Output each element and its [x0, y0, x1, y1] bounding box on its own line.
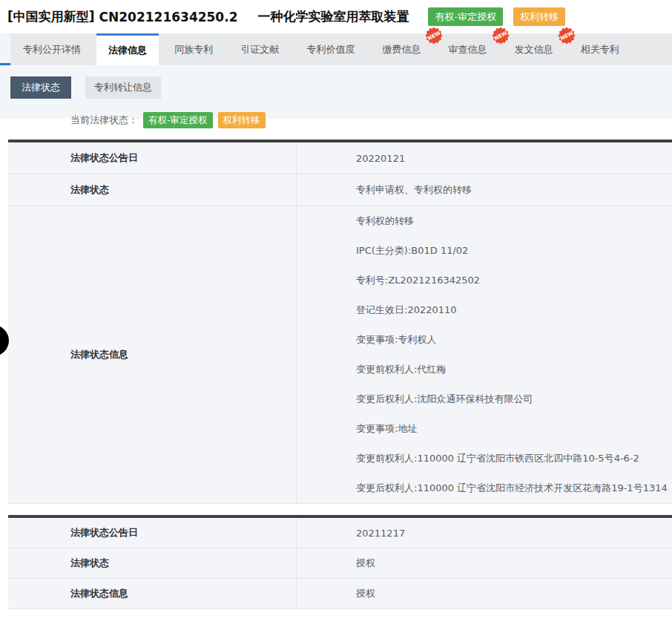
- tab-patent-value[interactable]: 专利价值度: [294, 33, 366, 65]
- legal-status-table-2: 法律状态公告日 20211217 法律状态 授权 法律状态信息 授权: [8, 515, 672, 609]
- row-label: 法律状态信息: [8, 206, 297, 503]
- current-status-badge-transfer: 权利转移: [218, 112, 266, 128]
- status-badge-valid: 有权-审定授权: [428, 7, 503, 26]
- tab-label: 缴费信息: [382, 44, 421, 55]
- tab-label: 相关专利: [581, 44, 619, 55]
- tab-examination-info[interactable]: 审查信息 NEW: [437, 33, 499, 65]
- tab-cited-documents[interactable]: 引证文献: [228, 33, 291, 65]
- tab-patent-public-details[interactable]: 专利公开详情: [11, 33, 93, 65]
- row-value: 20220121: [297, 142, 672, 174]
- patent-title: 一种化学实验室用萃取装置: [257, 8, 409, 25]
- tab-label: 同族专利: [174, 44, 213, 55]
- row-value: 专利申请权、专利权的转移: [297, 174, 672, 206]
- table-row: 法律状态公告日 20211217: [8, 518, 672, 548]
- tab-issued-documents[interactable]: 发文信息 NEW: [503, 33, 565, 65]
- table-row: 法律状态信息 授权: [8, 579, 672, 609]
- tab-label: 法律信息: [108, 45, 147, 56]
- info-line: 变更后权利人:沈阳众通环保科技有限公司: [356, 384, 672, 414]
- table-row: 法律状态公告日 20220121: [8, 142, 672, 174]
- table-row: 法律状态 授权: [8, 548, 672, 579]
- info-line: 变更前权利人:代红梅: [356, 355, 672, 384]
- row-value: 授权: [297, 548, 672, 578]
- patent-legal-info-page: [中国实用新型] CN202121634250.2 一种化学实验室用萃取装置 有…: [0, 0, 672, 630]
- tab-label: 审查信息: [449, 44, 487, 55]
- row-label: 法律状态公告日: [8, 518, 297, 548]
- row-value: 20211217: [297, 518, 672, 548]
- current-legal-status-row: 当前法律状态： 有权-审定授权 权利转移: [0, 111, 672, 129]
- subtab-legal-status[interactable]: 法律状态: [10, 76, 71, 99]
- subtab-transfer-info[interactable]: 专利转让信息: [85, 76, 161, 99]
- current-status-label: 当前法律状态：: [70, 114, 138, 127]
- patent-number: CN202121634250.2: [99, 10, 238, 24]
- tab-label: 引证文献: [240, 44, 279, 55]
- tab-label: 发文信息: [515, 44, 553, 55]
- current-status-badge-valid: 有权-审定授权: [143, 112, 213, 128]
- row-value: 授权: [297, 579, 672, 608]
- row-value-multiline: 专利权的转移 IPC(主分类):B01D 11/02 专利号:ZL2021216…: [297, 206, 672, 503]
- info-line: IPC(主分类):B01D 11/02: [356, 236, 672, 266]
- info-line: 专利权的转移: [356, 206, 672, 236]
- tab-payment-info[interactable]: 缴费信息 NEW: [370, 33, 432, 65]
- legal-status-table-1: 法律状态公告日 20220121 法律状态 专利申请权、专利权的转移 法律状态信…: [8, 140, 672, 504]
- tab-label: 专利价值度: [306, 44, 355, 55]
- info-line: 专利号:ZL2021216342502: [356, 266, 672, 295]
- tab-family-patents[interactable]: 同族专利: [162, 33, 225, 65]
- table-row: 法律状态 专利申请权、专利权的转移: [8, 174, 672, 206]
- row-label: 法律状态信息: [8, 579, 297, 608]
- info-line: 变更事项:地址: [356, 414, 672, 444]
- tab-related-patents[interactable]: 相关专利: [569, 33, 631, 65]
- info-line: 变更后权利人:110000 辽宁省沈阳市经济技术开发区花海路19-1号1314: [356, 473, 672, 503]
- patent-category: [中国实用新型]: [7, 8, 95, 25]
- info-line: 变更前权利人:110000 辽宁省沈阳市铁西区北四中路10-5号4-6-2: [356, 444, 672, 473]
- tabbar-left-gutter: [0, 33, 10, 65]
- tab-legal-info[interactable]: 法律信息: [96, 33, 159, 65]
- info-line: 变更事项:专利权人: [356, 325, 672, 355]
- row-label: 法律状态公告日: [8, 142, 297, 174]
- row-label: 法律状态: [8, 174, 297, 206]
- tab-label: 专利公开详情: [23, 44, 81, 55]
- table-row-legal-status-info: 法律状态信息 专利权的转移 IPC(主分类):B01D 11/02 专利号:ZL…: [8, 206, 672, 504]
- status-badge-transfer: 权利转移: [513, 7, 565, 26]
- row-label: 法律状态: [8, 548, 297, 578]
- info-line: 登记生效日:20220110: [356, 295, 672, 325]
- header: [中国实用新型] CN202121634250.2 一种化学实验室用萃取装置 有…: [0, 0, 672, 33]
- tab-bar: 专利公开详情 法律信息 同族专利 引证文献 专利价值度 缴费信息 NEW 审查信…: [0, 33, 672, 65]
